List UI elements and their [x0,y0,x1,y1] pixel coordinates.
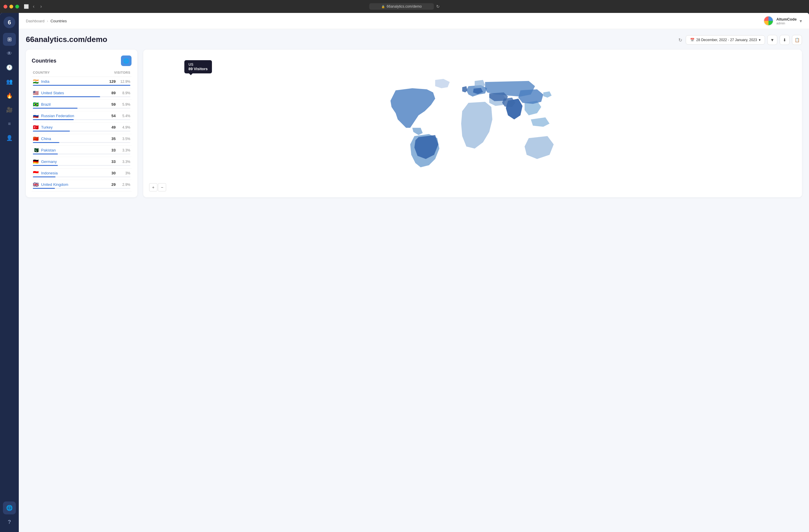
lock-icon: 🔒 [381,5,385,8]
breadcrumb-home[interactable]: Dashboard [26,19,45,23]
sidebar-item-profile[interactable]: 👤 [3,132,16,144]
sidebar-item-recordings[interactable]: 🎥 [3,103,16,116]
progress-bar [33,188,55,189]
top-header: Dashboard › Countries AltumCode admin ▾ [19,13,809,29]
progress-bar-wrap [33,142,130,143]
countries-table: COUNTRY VISITORS 🇮🇳 India 129 12.9% [32,71,132,191]
tooltip-country: US [188,63,208,67]
country-flag: 🇷🇺 [33,114,39,118]
sidebar-item-help[interactable]: ? [3,516,16,529]
country-name-link[interactable]: Pakistan [41,148,56,152]
country-name-link[interactable]: United Kingdom [41,182,68,187]
zoom-in-button[interactable]: + [149,183,157,191]
progress-bar [33,119,74,120]
globe-view-icon: 🌐 [123,58,129,64]
country-name-link[interactable]: Brazil [41,102,51,107]
country-name-link[interactable]: Germany [41,159,57,164]
progress-bar [33,108,78,109]
sidebar-toggle-icon[interactable]: ⬜ [24,4,29,9]
user-name: AltumCode [776,17,797,21]
export-button[interactable]: ⬇ [780,35,790,45]
filter-icon: ▼ [770,38,774,42]
countries-rows: 🇮🇳 India 129 12.9% 🇺🇸 United States 89 [32,77,132,191]
progress-bar-wrap [33,131,130,132]
copy-button[interactable]: 📋 [792,35,802,45]
visitors-count: 49 [107,125,116,130]
user-role: admin [776,21,797,25]
table-row: 🇵🇰 Pakistan 33 3.3% [32,145,132,157]
globe-view-button[interactable]: 🌐 [121,55,132,66]
country-name-link[interactable]: Indonesia [41,171,57,175]
progress-bar [33,176,55,177]
visitors-count: 35 [107,137,116,141]
video-icon: 🎥 [6,107,13,113]
user-icon: 👤 [6,135,13,141]
country-name-link[interactable]: Russian Federation [41,114,74,118]
page-title: 66analytics.com/demo [26,35,107,44]
table-row: 🇮🇩 Indonesia 30 3% [32,169,132,180]
table-row: 🇨🇳 China 35 3.5% [32,134,132,145]
date-range-text: 28 December, 2022 - 27 January, 2023 [696,38,757,42]
forward-button[interactable]: › [38,3,44,10]
back-button[interactable]: ‹ [31,3,36,10]
close-button[interactable] [3,5,7,8]
minimize-button[interactable] [10,5,13,8]
sidebar-item-dashboard[interactable]: ⊞ [3,33,16,46]
country-flag: 🇮🇩 [33,171,39,175]
map-container: US 89 Visitors [143,50,802,197]
titlebar: ⬜ ‹ › 🔒 66analytics.com/demo ↻ [0,0,809,13]
sidebar-item-users[interactable]: 👥 [3,75,16,88]
filter-button[interactable]: ▼ [767,35,777,45]
progress-bar [33,96,100,97]
users-icon: 👥 [6,79,13,85]
country-name-link[interactable]: Turkey [41,125,53,130]
page-body: 66analytics.com/demo ↻ 📅 28 December, 20… [19,29,809,532]
progress-bar-wrap [33,154,130,154]
table-row: 🇹🇷 Turkey 49 4.9% [32,123,132,134]
user-chevron-icon[interactable]: ▾ [799,18,802,24]
address-bar[interactable]: 🔒 66analytics.com/demo [369,3,434,10]
user-details: AltumCode admin [776,17,797,25]
sidebar-item-heatmap[interactable]: 🔥 [3,89,16,102]
globe-icon: 🌐 [6,505,13,511]
map-zoom-controls: + − [149,183,166,191]
refresh-button[interactable]: ↻ [677,36,683,44]
visitors-pct: 4.9% [120,125,130,130]
map-card: US 89 Visitors [143,50,802,197]
address-bar-area: 🔒 66analytics.com/demo ↻ [369,3,440,10]
country-flag: 🇹🇷 [33,125,39,130]
country-flag: 🇮🇳 [33,79,39,84]
visitors-pct: 3.3% [120,148,130,152]
country-flag: 🇬🇧 [33,182,39,187]
country-name-link[interactable]: United States [41,91,64,95]
breadcrumb-separator: › [47,19,48,23]
reload-icon[interactable]: ↻ [436,4,440,9]
country-flag: 🇨🇳 [33,137,39,141]
breadcrumb: Dashboard › Countries [26,19,67,23]
sidebar-item-countries[interactable]: 🌐 [3,501,16,514]
zoom-out-button[interactable]: − [158,183,166,191]
visitors-count: 30 [107,171,116,175]
country-flag: 🇺🇸 [33,91,39,95]
export-icon: ⬇ [783,38,787,42]
eye-icon: 👁 [7,51,12,57]
country-name-link[interactable]: China [41,137,51,141]
col-visitors-header: VISITORS [114,71,130,74]
tooltip-visitors: 89 Visitors [188,67,208,71]
progress-bar-wrap [33,176,130,177]
grid-icon: ⊞ [7,36,12,42]
funnel-icon: ≡ [8,121,11,126]
date-picker-button[interactable]: 📅 28 December, 2022 - 27 January, 2023 ▾ [686,35,765,45]
progress-bar-wrap [33,85,130,86]
visitors-pct: 12.9% [120,80,130,84]
sidebar-item-overview[interactable]: 👁 [3,47,16,60]
country-name-link[interactable]: India [41,79,49,84]
visitors-count: 129 [107,79,116,84]
date-chevron-icon: ▾ [759,38,761,42]
world-map[interactable] [149,74,796,173]
maximize-button[interactable] [15,5,19,8]
countries-card: Countries 🌐 COUNTRY VISITORS 🇮🇳 [26,50,137,197]
sidebar-item-funnels[interactable]: ≡ [3,117,16,130]
progress-bar [33,165,58,166]
sidebar-item-realtime[interactable]: 🕐 [3,61,16,74]
